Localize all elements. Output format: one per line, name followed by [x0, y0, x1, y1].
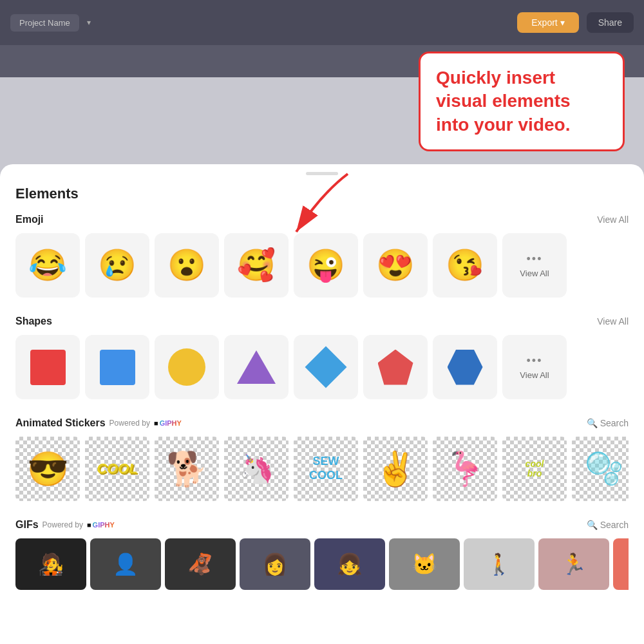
stickers-search-link[interactable]: 🔍 Search [587, 418, 629, 428]
shapes-view-all-cell[interactable]: ••• View All [502, 335, 567, 399]
sticker-cool-bro[interactable]: coolbro [502, 437, 567, 501]
sticker-pink-pony[interactable]: 🦩 [433, 437, 497, 501]
shape-blue-diamond [305, 346, 346, 388]
gif-item-8[interactable]: 🕷️ [613, 538, 629, 590]
shape-blue-diamond-cell[interactable] [294, 335, 358, 399]
stickers-search-icon: 🔍 [587, 418, 598, 428]
shapes-dots-icon: ••• [527, 354, 543, 368]
sticker-dog[interactable]: 🐕 [155, 437, 219, 501]
shapes-view-all-link[interactable]: View All [597, 316, 629, 327]
sticker-unicorn[interactable]: 🦄 [224, 437, 289, 501]
stickers-row: 😎 COOL 🐕 🦄 SEWCOOL ✌️ 🦩 coolbro [15, 437, 629, 501]
stickers-section-header: Animated Stickers Powered by ■ GIPHY 🔍 S… [15, 417, 629, 429]
shape-blue-square-cell[interactable] [85, 335, 149, 399]
shape-yellow-circle [168, 348, 205, 386]
sticker-sew-cool[interactable]: SEWCOOL [294, 437, 358, 501]
gifs-giphy-logo-text: GIPHY [93, 521, 115, 529]
sticker-peace-hand[interactable]: ✌️ [363, 437, 428, 501]
shape-purple-triangle-cell[interactable] [224, 335, 289, 399]
shapes-view-all-cell-text: View All [520, 370, 549, 380]
gif-item-3[interactable]: 👩 [240, 538, 310, 590]
gifs-section-header: GIFs Powered by ■ GIPHY 🔍 Search [15, 519, 629, 531]
shapes-grid: ••• View All [15, 335, 629, 399]
sticker-sunglasses[interactable]: 😎 [15, 437, 80, 501]
stickers-label: Animated Stickers [15, 417, 106, 429]
project-chevron-icon[interactable]: ▾ [87, 18, 91, 27]
emoji-item-5[interactable]: 😍 [363, 233, 428, 298]
gif-item-5[interactable]: 🐱 [389, 538, 460, 590]
emoji-dots-icon: ••• [527, 252, 543, 266]
emoji-item-6[interactable]: 😘 [433, 233, 497, 298]
emoji-view-all-cell[interactable]: ••• View All [502, 233, 567, 298]
emoji-view-all-cell-text: View All [520, 269, 549, 278]
shapes-section-header: Shapes View All [15, 316, 629, 327]
shape-blue-hexagon-cell[interactable] [433, 335, 497, 399]
stickers-section-title: Animated Stickers Powered by ■ GIPHY [15, 417, 182, 429]
gifs-search-label: Search [600, 520, 629, 530]
shape-blue-hexagon [448, 350, 483, 385]
emoji-view-all-link[interactable]: View All [597, 214, 629, 225]
tooltip-box: Quickly insert visual elements into your… [419, 52, 625, 151]
gifs-powered-by: Powered by [43, 520, 83, 529]
gifs-row: 🧑‍🎤 👤 🦧 👩 👧 🐱 🚶 🏃 🕷️ [15, 538, 629, 590]
elements-panel: Elements Emoji View All 😂 😢 😮 🥰 😜 😍 😘 ••… [0, 164, 644, 644]
gif-item-4[interactable]: 👧 [314, 538, 385, 590]
emoji-section-header: Emoji View All [15, 214, 629, 225]
gifs-section-title: GIFs Powered by ■ GIPHY [15, 519, 115, 531]
shape-yellow-circle-cell[interactable] [155, 335, 219, 399]
top-bar: Project Name ▾ Export ▾ Share [0, 0, 644, 45]
gifs-giphy-badge: ■ GIPHY [87, 521, 115, 529]
gif-item-0[interactable]: 🧑‍🎤 [15, 538, 86, 590]
shape-blue-square [100, 350, 135, 385]
gifs-search-icon: 🔍 [587, 520, 598, 530]
gif-item-6[interactable]: 🚶 [464, 538, 535, 590]
shapes-section-title: Shapes [15, 316, 52, 327]
emoji-item-2[interactable]: 😮 [155, 233, 219, 298]
gifs-label: GIFs [15, 519, 39, 531]
shape-red-square-cell[interactable] [15, 335, 80, 399]
share-button[interactable]: Share [587, 12, 634, 33]
gifs-search-link[interactable]: 🔍 Search [587, 520, 629, 530]
emoji-section-title: Emoji [15, 214, 44, 225]
panel-title: Elements [15, 185, 629, 202]
shape-red-pentagon [378, 350, 413, 385]
giphy-logo-text: GIPHY [160, 419, 182, 427]
gif-item-2[interactable]: 🦧 [165, 538, 236, 590]
emoji-item-1[interactable]: 😢 [85, 233, 149, 298]
sticker-bubble[interactable]: 🫧 [572, 437, 629, 501]
export-button[interactable]: Export ▾ [517, 12, 578, 33]
tooltip-text: Quickly insert visual elements into your… [436, 66, 607, 137]
stickers-giphy-badge: ■ GIPHY [154, 419, 182, 427]
gif-item-1[interactable]: 👤 [90, 538, 161, 590]
gif-item-7[interactable]: 🏃 [538, 538, 609, 590]
sticker-cool-text[interactable]: COOL [85, 437, 149, 501]
panel-handle [306, 172, 338, 175]
stickers-powered-by: Powered by [109, 419, 150, 428]
emoji-grid: 😂 😢 😮 🥰 😜 😍 😘 ••• View All [15, 233, 629, 298]
project-name-label[interactable]: Project Name [10, 14, 79, 32]
shape-purple-triangle [237, 350, 276, 384]
emoji-item-4[interactable]: 😜 [294, 233, 358, 298]
emoji-item-3[interactable]: 🥰 [224, 233, 289, 298]
shape-red-square [30, 350, 66, 385]
emoji-item-0[interactable]: 😂 [15, 233, 80, 298]
stickers-search-label: Search [600, 418, 629, 428]
shape-red-pentagon-cell[interactable] [363, 335, 428, 399]
